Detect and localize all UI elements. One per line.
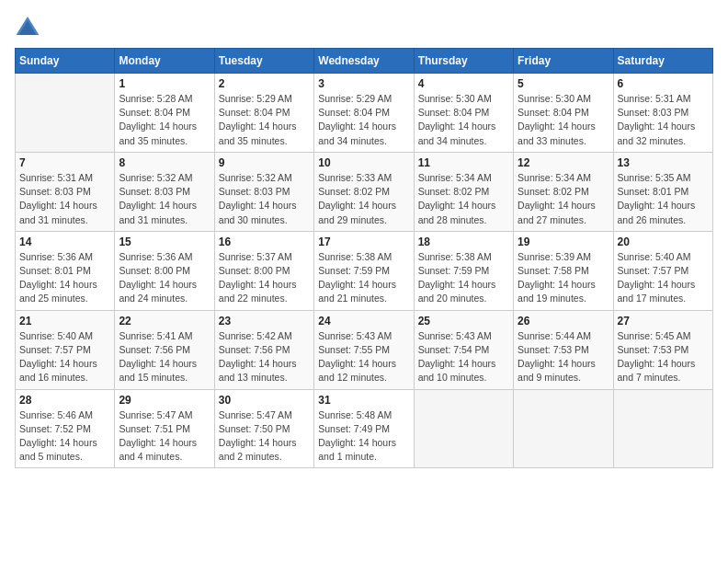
day-number: 16 [219, 236, 310, 248]
day-number: 8 [119, 156, 210, 169]
day-number: 22 [119, 315, 210, 327]
calendar-cell: 10Sunrise: 5:33 AM Sunset: 8:02 PM Dayli… [314, 152, 414, 231]
calendar-cell: 21Sunrise: 5:40 AM Sunset: 7:57 PM Dayli… [16, 310, 115, 389]
day-info: Sunrise: 5:28 AM Sunset: 8:04 PM Dayligh… [119, 92, 210, 148]
day-number: 20 [618, 236, 709, 248]
col-header-saturday: Saturday [613, 49, 712, 74]
day-number: 14 [19, 236, 110, 248]
day-info: Sunrise: 5:38 AM Sunset: 7:59 PM Dayligh… [318, 250, 409, 306]
calendar-cell: 1Sunrise: 5:28 AM Sunset: 8:04 PM Daylig… [115, 74, 214, 153]
day-number: 23 [219, 315, 310, 327]
calendar-cell: 9Sunrise: 5:32 AM Sunset: 8:03 PM Daylig… [214, 152, 313, 231]
calendar-cell [514, 389, 613, 468]
calendar-cell: 28Sunrise: 5:46 AM Sunset: 7:52 PM Dayli… [16, 389, 115, 468]
day-info: Sunrise: 5:43 AM Sunset: 7:54 PM Dayligh… [418, 329, 509, 385]
calendar-cell: 11Sunrise: 5:34 AM Sunset: 8:02 PM Dayli… [414, 152, 513, 231]
day-info: Sunrise: 5:45 AM Sunset: 7:53 PM Dayligh… [618, 329, 709, 385]
day-number: 11 [418, 156, 509, 169]
day-number: 17 [318, 236, 409, 248]
logo [15, 15, 44, 37]
day-info: Sunrise: 5:31 AM Sunset: 8:03 PM Dayligh… [19, 171, 110, 227]
calendar-cell: 2Sunrise: 5:29 AM Sunset: 8:04 PM Daylig… [214, 74, 313, 153]
day-number: 24 [318, 315, 409, 327]
calendar-cell [16, 74, 115, 153]
calendar-cell: 24Sunrise: 5:43 AM Sunset: 7:55 PM Dayli… [314, 310, 414, 389]
day-info: Sunrise: 5:31 AM Sunset: 8:03 PM Dayligh… [618, 92, 709, 148]
calendar-cell: 12Sunrise: 5:34 AM Sunset: 8:02 PM Dayli… [514, 152, 613, 231]
day-number: 29 [119, 394, 210, 407]
day-number: 1 [119, 77, 210, 90]
day-info: Sunrise: 5:41 AM Sunset: 7:56 PM Dayligh… [119, 329, 210, 385]
col-header-tuesday: Tuesday [214, 49, 313, 74]
calendar-cell: 16Sunrise: 5:37 AM Sunset: 8:00 PM Dayli… [214, 231, 313, 310]
calendar-cell: 18Sunrise: 5:38 AM Sunset: 7:59 PM Dayli… [414, 231, 513, 310]
calendar-cell: 25Sunrise: 5:43 AM Sunset: 7:54 PM Dayli… [414, 310, 513, 389]
calendar-cell: 17Sunrise: 5:38 AM Sunset: 7:59 PM Dayli… [314, 231, 414, 310]
calendar-cell: 31Sunrise: 5:48 AM Sunset: 7:49 PM Dayli… [314, 389, 414, 468]
day-info: Sunrise: 5:40 AM Sunset: 7:57 PM Dayligh… [19, 329, 110, 385]
day-number: 25 [418, 315, 509, 327]
day-number: 12 [518, 156, 609, 169]
day-info: Sunrise: 5:29 AM Sunset: 8:04 PM Dayligh… [318, 92, 409, 148]
day-number: 2 [219, 77, 310, 90]
day-info: Sunrise: 5:42 AM Sunset: 7:56 PM Dayligh… [219, 329, 310, 385]
calendar-cell: 13Sunrise: 5:35 AM Sunset: 8:01 PM Dayli… [613, 152, 712, 231]
day-number: 15 [119, 236, 210, 248]
day-number: 10 [318, 156, 409, 169]
day-info: Sunrise: 5:39 AM Sunset: 7:58 PM Dayligh… [518, 250, 609, 306]
day-info: Sunrise: 5:36 AM Sunset: 8:00 PM Dayligh… [119, 250, 210, 306]
calendar-week-row: 1Sunrise: 5:28 AM Sunset: 8:04 PM Daylig… [16, 74, 713, 153]
col-header-thursday: Thursday [414, 49, 513, 74]
day-number: 27 [618, 315, 709, 327]
calendar-week-row: 14Sunrise: 5:36 AM Sunset: 8:01 PM Dayli… [16, 231, 713, 310]
calendar-cell: 3Sunrise: 5:29 AM Sunset: 8:04 PM Daylig… [314, 74, 414, 153]
day-info: Sunrise: 5:47 AM Sunset: 7:51 PM Dayligh… [119, 408, 210, 465]
day-info: Sunrise: 5:32 AM Sunset: 8:03 PM Dayligh… [219, 171, 310, 227]
day-info: Sunrise: 5:32 AM Sunset: 8:03 PM Dayligh… [119, 171, 210, 227]
day-info: Sunrise: 5:40 AM Sunset: 7:57 PM Dayligh… [618, 250, 709, 306]
day-info: Sunrise: 5:48 AM Sunset: 7:49 PM Dayligh… [318, 408, 409, 465]
day-info: Sunrise: 5:34 AM Sunset: 8:02 PM Dayligh… [518, 171, 609, 227]
day-info: Sunrise: 5:36 AM Sunset: 8:01 PM Dayligh… [19, 250, 110, 306]
day-number: 31 [318, 394, 409, 407]
col-header-friday: Friday [514, 49, 613, 74]
calendar-cell: 26Sunrise: 5:44 AM Sunset: 7:53 PM Dayli… [514, 310, 613, 389]
day-number: 13 [618, 156, 709, 169]
calendar-cell: 6Sunrise: 5:31 AM Sunset: 8:03 PM Daylig… [613, 74, 712, 153]
calendar-week-row: 21Sunrise: 5:40 AM Sunset: 7:57 PM Dayli… [16, 310, 713, 389]
calendar-cell: 30Sunrise: 5:47 AM Sunset: 7:50 PM Dayli… [214, 389, 313, 468]
calendar-cell: 15Sunrise: 5:36 AM Sunset: 8:00 PM Dayli… [115, 231, 214, 310]
day-number: 6 [618, 77, 709, 90]
day-number: 3 [318, 77, 409, 90]
day-info: Sunrise: 5:37 AM Sunset: 8:00 PM Dayligh… [219, 250, 310, 306]
calendar-cell: 22Sunrise: 5:41 AM Sunset: 7:56 PM Dayli… [115, 310, 214, 389]
col-header-sunday: Sunday [16, 49, 115, 74]
logo-icon [15, 15, 40, 37]
day-info: Sunrise: 5:44 AM Sunset: 7:53 PM Dayligh… [518, 329, 609, 385]
day-info: Sunrise: 5:33 AM Sunset: 8:02 PM Dayligh… [318, 171, 409, 227]
day-info: Sunrise: 5:46 AM Sunset: 7:52 PM Dayligh… [19, 408, 110, 465]
calendar-cell: 29Sunrise: 5:47 AM Sunset: 7:51 PM Dayli… [115, 389, 214, 468]
calendar-cell: 14Sunrise: 5:36 AM Sunset: 8:01 PM Dayli… [16, 231, 115, 310]
day-info: Sunrise: 5:35 AM Sunset: 8:01 PM Dayligh… [618, 171, 709, 227]
calendar-cell [613, 389, 712, 468]
calendar-table: SundayMondayTuesdayWednesdayThursdayFrid… [15, 48, 713, 468]
day-info: Sunrise: 5:43 AM Sunset: 7:55 PM Dayligh… [318, 329, 409, 385]
calendar-cell: 7Sunrise: 5:31 AM Sunset: 8:03 PM Daylig… [16, 152, 115, 231]
calendar-week-row: 28Sunrise: 5:46 AM Sunset: 7:52 PM Dayli… [16, 389, 713, 468]
calendar-header-row: SundayMondayTuesdayWednesdayThursdayFrid… [16, 49, 713, 74]
header [15, 15, 713, 37]
calendar-cell: 19Sunrise: 5:39 AM Sunset: 7:58 PM Dayli… [514, 231, 613, 310]
day-number: 26 [518, 315, 609, 327]
day-info: Sunrise: 5:38 AM Sunset: 7:59 PM Dayligh… [418, 250, 509, 306]
day-number: 30 [219, 394, 310, 407]
calendar-week-row: 7Sunrise: 5:31 AM Sunset: 8:03 PM Daylig… [16, 152, 713, 231]
day-info: Sunrise: 5:30 AM Sunset: 8:04 PM Dayligh… [418, 92, 509, 148]
col-header-wednesday: Wednesday [314, 49, 414, 74]
day-number: 7 [19, 156, 110, 169]
day-info: Sunrise: 5:34 AM Sunset: 8:02 PM Dayligh… [418, 171, 509, 227]
day-info: Sunrise: 5:47 AM Sunset: 7:50 PM Dayligh… [219, 408, 310, 465]
calendar-cell: 27Sunrise: 5:45 AM Sunset: 7:53 PM Dayli… [613, 310, 712, 389]
calendar-cell: 5Sunrise: 5:30 AM Sunset: 8:04 PM Daylig… [514, 74, 613, 153]
col-header-monday: Monday [115, 49, 214, 74]
